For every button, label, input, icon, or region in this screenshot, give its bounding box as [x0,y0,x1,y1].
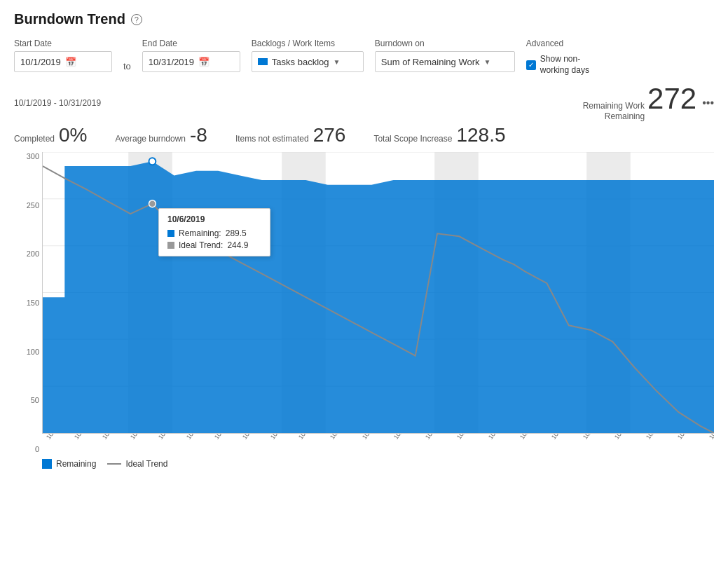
tooltip-remaining-row: Remaining: 289.5 [167,228,261,238]
burndown-on-value: Sum of Remaining Work [381,57,480,67]
burndown-on-label: Burndown on [375,39,515,48]
stat-scope-value: 128.5 [456,124,505,146]
burndown-on-dropdown[interactable]: Sum of Remaining Work ▼ [375,51,515,72]
x-label-20: 10/21/2019 [645,434,668,441]
tooltip-trend-label: Ideal Trend: [179,240,223,250]
tooltip-trend-row: Ideal Trend: 244.9 [167,240,261,250]
checkmark-icon: ✓ [528,61,534,69]
start-date-value: 10/1/2019 [20,57,61,67]
legend-remaining: Remaining [42,459,96,469]
stats-row: Completed 0% Average burndown -8 Items n… [14,124,714,146]
x-label-0: 10/1/2019 [45,434,67,441]
chevron-down-icon-2: ▼ [484,58,491,66]
y-label-300: 300 [27,152,39,160]
tooltip-remaining-icon [167,230,174,237]
start-date-label: Start Date [14,39,112,48]
x-label-6: 10/7/2019 [213,434,235,441]
start-date-group: Start Date 10/1/2019 📅 [14,39,112,72]
stat-completed-value: 0% [59,124,87,146]
x-label-19: 10/20/2019 [613,434,637,441]
to-separator: to [123,61,131,71]
advanced-group: Advanced ✓ Show non-working days [526,39,596,76]
y-label-250: 250 [27,201,39,210]
backlog-color-icon [258,58,268,65]
page-title: Burndown Trend [14,11,125,27]
x-label-7: 10/8/2019 [241,434,263,441]
svg-point-12 [149,200,156,207]
stat-not-estimated-label: Items not estimated [235,134,309,144]
date-range-row: 10/1/2019 - 10/31/2019 Remaining Work Re… [14,84,714,121]
x-label-5: 10/6/2019 [185,434,207,441]
rw-label-line1: Remaining Work [583,101,645,111]
show-nonworking-row: ✓ Show non-working days [526,54,596,76]
chart-svg [43,152,714,433]
x-label-10: 10/11/2019 [329,434,352,441]
advanced-label: Advanced [526,39,596,48]
stat-scope-increase: Total Scope Increase 128.5 [373,124,505,146]
x-label-12: 10/13/2019 [392,434,416,441]
backlogs-value: Tasks backlog [272,57,329,67]
tooltip-trend-value: 244.9 [227,240,248,250]
x-axis: 10/1/201910/2/201910/3/201910/4/201910/5… [42,434,714,453]
tooltip-date: 10/6/2019 [167,214,261,224]
backlogs-dropdown[interactable]: Tasks backlog ▼ [252,51,364,72]
end-date-label: End Date [142,39,240,48]
chart-container: 300 250 200 150 100 50 0 [14,152,714,453]
end-date-input[interactable]: 10/31/2019 📅 [142,51,240,72]
calendar-icon: 📅 [65,57,106,67]
chevron-down-icon: ▼ [334,58,341,66]
x-label-15: 10/16/2019 [487,434,511,441]
x-label-9: 10/10/2019 [297,434,321,441]
x-label-13: 10/14/2019 [424,434,448,441]
chart-inner: 10/6/2019 Remaining: 289.5 Ideal Trend: … [42,152,714,434]
end-date-group: End Date 10/31/2019 📅 [142,39,240,72]
calendar-icon-2: 📅 [198,57,234,67]
x-label-16: 10/17/2019 [518,434,542,441]
rw-value: 272 [647,84,696,114]
tooltip-remaining-value: 289.5 [226,228,247,238]
y-label-200: 200 [27,249,39,258]
x-label-21: 10/22/2019 [676,434,700,441]
x-label-14: 10/15/2019 [455,434,479,441]
svg-point-13 [149,158,156,165]
x-label-11: 10/12/2019 [361,434,385,441]
x-label-18: 10/19/2019 [582,434,605,441]
end-date-value: 10/31/2019 [149,57,194,67]
rw-label-line2: Remaining [583,111,645,121]
start-date-input[interactable]: 10/1/2019 📅 [14,51,112,72]
y-label-50: 50 [31,396,39,404]
chart-area: 300 250 200 150 100 50 0 [14,152,714,474]
legend-trend-label: Ideal Trend [125,459,167,469]
x-label-8: 10/9/2019 [269,434,291,441]
show-nonworking-checkbox[interactable]: ✓ [526,60,536,70]
legend-row: Remaining Ideal Trend [14,459,714,469]
stat-avg-label: Average burndown [116,134,186,144]
chart-tooltip: 10/6/2019 Remaining: 289.5 Ideal Trend: … [158,208,270,256]
svg-marker-11 [43,161,714,433]
stat-scope-label: Total Scope Increase [373,134,452,144]
x-label-17: 10/18/2019 [550,434,574,441]
help-icon[interactable]: ? [131,14,142,25]
tooltip-trend-icon [167,242,174,249]
legend-trend: Ideal Trend [107,459,167,469]
stat-avg-value: -8 [190,124,207,146]
stat-completed: Completed 0% [14,124,88,146]
stat-not-estimated: Items not estimated 276 [235,124,345,146]
backlogs-label: Backlogs / Work Items [252,39,364,48]
legend-remaining-label: Remaining [56,459,96,469]
tooltip-remaining-label: Remaining: [179,228,221,238]
y-axis: 300 250 200 150 100 50 0 [14,152,42,453]
date-range-text: 10/1/2019 - 10/31/2019 [14,98,101,108]
legend-trend-color [107,463,121,465]
x-label-1: 10/2/2019 [73,434,95,441]
backlogs-group: Backlogs / Work Items Tasks backlog ▼ [252,39,364,72]
show-nonworking-label: Show non-working days [540,54,596,76]
stat-avg-burndown: Average burndown -8 [116,124,207,146]
more-options-icon[interactable]: ••• [702,97,714,109]
x-label-2: 10/3/2019 [101,434,123,441]
remaining-work-summary: Remaining Work Remaining 272 [583,84,697,121]
stat-not-estimated-value: 276 [313,124,346,146]
stat-completed-label: Completed [14,134,55,144]
y-label-150: 150 [27,299,39,307]
x-label-3: 10/4/2019 [129,434,151,441]
